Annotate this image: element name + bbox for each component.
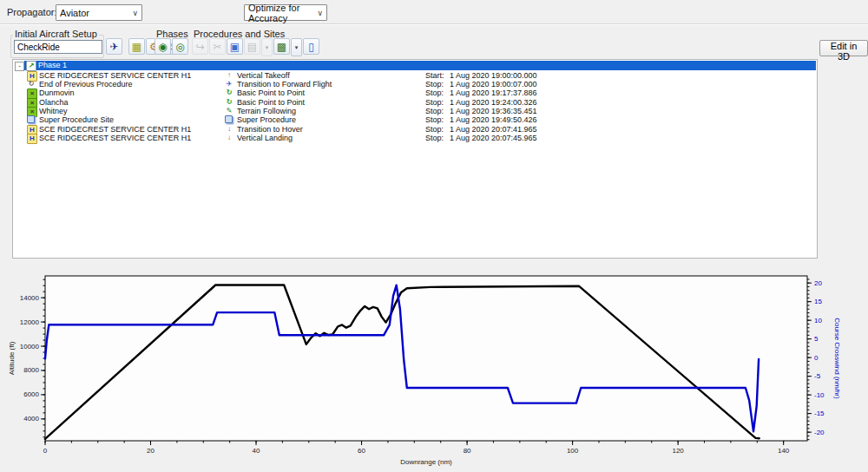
- procedure-name: Transition to Forward Flight: [237, 80, 332, 88]
- manage-phases-button[interactable]: ◎: [172, 38, 188, 55]
- initial-aircraft-setup-input[interactable]: [14, 40, 102, 54]
- left-tick-label: 12000: [20, 318, 40, 326]
- scissors-icon: ✂: [213, 42, 221, 52]
- fwdflight-icon: ✈: [225, 80, 233, 88]
- site-name: SCE RIDGECREST SERVICE CENTER H1: [39, 71, 191, 80]
- hover-icon: ↓: [225, 125, 233, 134]
- time-label: Stop:: [425, 134, 444, 142]
- mission-procedure-list: - ↗ Phase 1 HSCE RIDGECREST SERVICE CENT…: [12, 59, 818, 259]
- site-name: Whitney: [39, 107, 68, 115]
- landing-icon: ↓: [225, 134, 233, 142]
- site-name: SCE RIDGECREST SERVICE CENTER H1: [39, 134, 191, 142]
- p2p-icon: ↻: [225, 98, 233, 107]
- time-label: Stop:: [425, 107, 444, 115]
- time-value: 1 Aug 2020 19:00:07.000: [450, 80, 537, 88]
- procedure-name: Vertical Takeoff: [237, 71, 290, 80]
- time-value: 1 Aug 2020 19:00:00.000: [450, 71, 537, 80]
- toolbar-group-phases: ◉◎: [155, 38, 189, 55]
- takeoff-icon: ↑: [225, 71, 233, 80]
- pages-icon: [225, 115, 233, 123]
- site-name: Super Procedure Site: [39, 115, 114, 124]
- terrain-icon: ✎: [225, 107, 233, 115]
- snapshot-button[interactable]: ▦: [128, 38, 145, 55]
- paste-button-dropdown: ▾: [261, 38, 273, 56]
- right-tick-label: 10: [814, 317, 822, 324]
- site-picker-icon: ▩: [277, 42, 286, 52]
- right-tick-label: -15: [814, 410, 825, 417]
- select-site-button-dropdown[interactable]: ▾: [291, 38, 302, 56]
- insert-procedure-button: ↪: [192, 38, 208, 55]
- procedure-row[interactable]: Super Procedure SiteSuper ProcedureStop:…: [13, 115, 817, 124]
- procedure-row[interactable]: HSCE RIDGECREST SERVICE CENTER H1↓Vertic…: [13, 134, 817, 142]
- x-tick-label: 60: [358, 447, 365, 455]
- image-icon: ▦: [132, 42, 141, 52]
- procedure-row[interactable]: ↻End of Previous Procedure✈Transition to…: [13, 80, 817, 88]
- phase-list-icon: ◎: [175, 42, 184, 52]
- phone-icon: ▯: [308, 42, 314, 52]
- loop-icon: ↻: [27, 80, 36, 88]
- procedure-name: Terrain Following: [237, 107, 296, 115]
- propagator-select[interactable]: Aviator ∨: [56, 4, 142, 21]
- procedure-row[interactable]: ×Dunmovin↻Basic Point to PointStop:1 Aug…: [13, 88, 817, 97]
- edit-in-3d-button[interactable]: Edit in 3D: [819, 40, 868, 56]
- left-tick-label: 10000: [20, 343, 40, 351]
- procedure-name: Transition to Hover: [237, 125, 303, 134]
- site-name: End of Previous Procedure: [39, 80, 133, 88]
- procedure-row[interactable]: ×Olancha↻Basic Point to PointStop:1 Aug …: [13, 98, 817, 107]
- p2p-icon: ↻: [225, 88, 233, 97]
- time-value: 1 Aug 2020 19:17:37.886: [450, 88, 537, 97]
- toolbar-group-initial: ✈: [106, 38, 123, 55]
- propagator-label: Propagator:: [7, 7, 56, 17]
- pages-icon: [27, 115, 35, 123]
- time-value: 1 Aug 2020 20:07:45.965: [450, 134, 537, 142]
- time-label: Start:: [425, 71, 444, 80]
- time-value: 1 Aug 2020 19:36:35.451: [450, 107, 537, 115]
- time-label: Stop:: [425, 88, 444, 97]
- phase-icon: ↗: [26, 61, 36, 71]
- right-tick-label: 15: [814, 298, 822, 305]
- plot-area: [45, 276, 807, 441]
- paste-icon: ▤: [247, 42, 257, 52]
- x-tick-label: 20: [147, 447, 155, 455]
- procedure-name: Basic Point to Point: [237, 98, 305, 107]
- right-tick-label: -10: [814, 391, 825, 399]
- procedure-row[interactable]: ×Whitney✎Terrain FollowingStop:1 Aug 202…: [13, 107, 817, 115]
- site-name: Olancha: [39, 98, 69, 107]
- time-label: Stop:: [425, 98, 444, 107]
- right-tick-label: -5: [814, 372, 821, 380]
- select-site-button[interactable]: ▩: [273, 38, 290, 55]
- left-tick-label: 14000: [20, 294, 40, 302]
- optimize-select[interactable]: Optimize for Accuracy ∨: [244, 4, 327, 21]
- time-label: Stop:: [425, 125, 444, 134]
- insert-phase-button[interactable]: ◉: [155, 38, 171, 55]
- device-button[interactable]: ▯: [303, 38, 319, 55]
- site-name: Dunmovin: [39, 88, 75, 97]
- right-tick-label: -20: [814, 429, 825, 436]
- procedure-row[interactable]: HSCE RIDGECREST SERVICE CENTER H1↑Vertic…: [13, 71, 817, 80]
- x-tick-label: 80: [464, 447, 471, 455]
- right-tick-label: 0: [814, 354, 819, 362]
- right-tick-label: 5: [814, 335, 819, 343]
- paste-button: ▤: [244, 38, 260, 55]
- helipad-icon: H: [27, 134, 37, 144]
- procedure-row[interactable]: HSCE RIDGECREST SERVICE CENTER H1↓Transi…: [13, 125, 817, 134]
- phase-row[interactable]: ↗ Phase 1: [24, 61, 816, 70]
- optimize-value: Optimize for Accuracy: [248, 3, 312, 23]
- toolbar-group-procsites: ↪✂▣▤▾▩▾▯: [192, 38, 320, 56]
- left-tick-label: 8000: [23, 366, 39, 374]
- flight-profile-chart: 400060008000100001200014000-20-15-10-505…: [0, 269, 868, 472]
- toolbar-divider: [0, 23, 868, 25]
- left-tick-label: 4000: [23, 415, 39, 423]
- left-axis-title: Altitude (ft): [8, 341, 16, 375]
- select-aircraft-button[interactable]: ✈: [106, 38, 122, 55]
- procedure-name: Vertical Landing: [237, 134, 293, 142]
- procedure-name: Super Procedure: [237, 115, 296, 124]
- phase-collapse-toggle[interactable]: -: [15, 62, 24, 71]
- right-tick-label: 20: [814, 279, 822, 287]
- x-tick-label: 120: [672, 447, 684, 455]
- x-tick-label: 0: [43, 447, 48, 455]
- time-value: 1 Aug 2020 19:49:50.426: [450, 115, 537, 124]
- copy-button[interactable]: ▣: [227, 38, 243, 55]
- x-tick-label: 40: [253, 447, 260, 455]
- initial-aircraft-setup-label: Initial Aircraft Setup: [13, 29, 99, 39]
